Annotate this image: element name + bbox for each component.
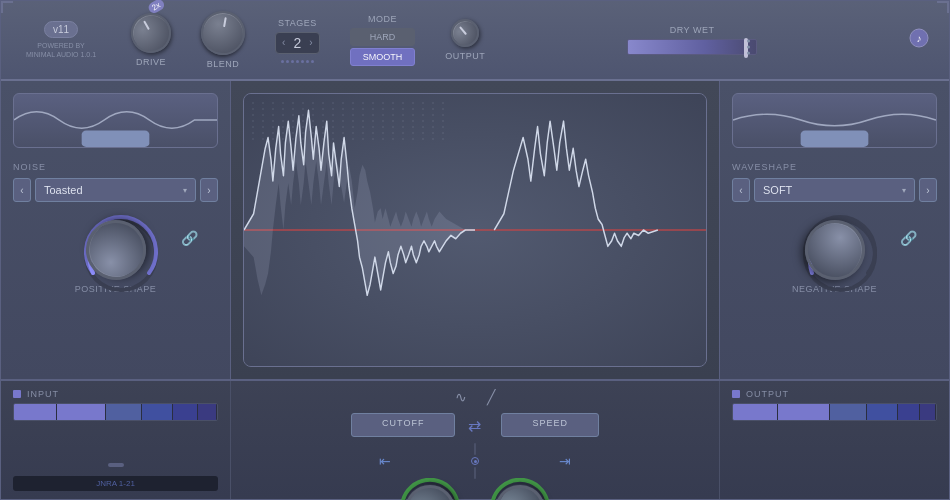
waveshape-dropdown-row: ‹ SOFT ▾ ›: [732, 178, 937, 202]
stages-section: STAGES ‹ 2 ›: [275, 18, 320, 63]
bottom-bar: INPUT JNRA 1-21: [1, 379, 949, 499]
stage-dot-7: [311, 60, 314, 63]
mode-smooth-button[interactable]: SMOOTH: [350, 48, 416, 66]
svg-rect-2: [82, 131, 150, 147]
bottom-left-panel: INPUT JNRA 1-21: [1, 381, 231, 499]
output-label-row: OUTPUT: [732, 389, 937, 399]
cutoff-knob-wrapper: [405, 485, 455, 500]
input-label-row: INPUT: [13, 389, 218, 399]
bottom-center-panel: ∿ ╱ CUTOFF ⇄ SPEED ⇤: [231, 381, 719, 499]
noise-dropdown-row: ‹ Toasted ▾ ›: [13, 178, 218, 202]
waveform-bg: // Generate dots via JS after page loads: [244, 94, 706, 366]
blend-knob[interactable]: [198, 8, 249, 59]
arrow-icons-row: ⇤ ⇥: [379, 443, 571, 479]
corner-tl: [1, 1, 13, 13]
output-meter: [732, 403, 937, 421]
logo-section: v11 POWERED BY MINIMAL AUDIO 1.0.1: [21, 21, 101, 59]
noise-preset-value: Toasted: [44, 184, 83, 196]
lfo-knobs-row: [405, 485, 545, 500]
right-arrow-icon[interactable]: ⇥: [559, 453, 571, 469]
speed-button[interactable]: SPEED: [501, 413, 599, 437]
waveform-display: // Generate dots via JS after page loads: [243, 93, 707, 367]
waveshape-dropdown[interactable]: SOFT ▾: [754, 178, 915, 202]
center-dot-icon: [471, 457, 479, 465]
vertical-dots-center: [471, 443, 479, 479]
ramp-icon[interactable]: ╱: [487, 389, 495, 405]
positive-knob-wrapper: [86, 220, 146, 280]
powered-by-text: POWERED BY MINIMAL AUDIO 1.0.1: [26, 41, 96, 59]
positive-shape-section: 🔗 POSITIVE SHAPE: [13, 220, 218, 294]
output-meter-fill: [733, 404, 936, 420]
left-waveform-preview: [13, 93, 218, 148]
positive-shape-knob[interactable]: [75, 209, 157, 291]
input-knob-section: [13, 433, 218, 467]
dry-wet-section: DRY WET: [627, 25, 757, 55]
link-icon-left: 🔗: [181, 230, 198, 246]
svg-text:⇄: ⇄: [468, 417, 481, 434]
corner-tr: [937, 1, 949, 13]
noise-prev-button[interactable]: ‹: [13, 178, 31, 202]
stage-dot-6: [306, 60, 309, 63]
input-slider[interactable]: [108, 463, 124, 467]
dry-wet-slider[interactable]: [627, 39, 757, 55]
stages-next-button[interactable]: ›: [309, 37, 312, 48]
transport-icons-row: ∿ ╱: [455, 389, 495, 405]
version-badge: v11: [44, 21, 78, 38]
divider-line-2: [474, 467, 476, 479]
negative-shape-knob[interactable]: [794, 209, 876, 291]
waveshape-prev-button[interactable]: ‹: [732, 178, 750, 202]
stages-dots: [281, 60, 314, 63]
left-panel: NOISE ‹ Toasted ▾ › 🔗: [1, 81, 231, 379]
mode-label: MODE: [368, 14, 397, 24]
mode-buttons: HARD SMOOTH: [350, 28, 416, 66]
stage-dot-5: [301, 60, 304, 63]
output-label: OUTPUT: [746, 389, 789, 399]
main-area: NOISE ‹ Toasted ▾ › 🔗: [1, 81, 949, 379]
preset-name: JNRA 1-21: [13, 476, 218, 491]
plugin-container: v11 POWERED BY MINIMAL AUDIO 1.0.1 2x DR…: [0, 0, 950, 500]
input-label: INPUT: [27, 389, 59, 399]
waveshape-section: WAVESHAPE ‹ SOFT ▾ ›: [732, 162, 937, 202]
cutoff-knob-section: [405, 485, 455, 500]
mode-hard-button[interactable]: HARD: [350, 28, 416, 46]
waveshape-preset-value: SOFT: [763, 184, 792, 196]
stages-control: ‹ 2 ›: [275, 32, 320, 54]
wave-icon[interactable]: ∿: [455, 389, 467, 405]
drive-label: DRIVE: [136, 57, 166, 67]
divider-line: [474, 443, 476, 455]
lfo-swap-button[interactable]: ⇄: [463, 413, 493, 437]
stages-label: STAGES: [278, 18, 317, 28]
waveshape-chevron-icon: ▾: [902, 186, 906, 195]
drive-knob[interactable]: 2x: [124, 6, 179, 61]
top-bar: v11 POWERED BY MINIMAL AUDIO 1.0.1 2x DR…: [1, 1, 949, 81]
blend-section: BLEND: [201, 11, 245, 69]
stages-value: 2: [289, 35, 305, 51]
slider-dots: [747, 40, 750, 55]
right-panel: WAVESHAPE ‹ SOFT ▾ › 🔗: [719, 81, 949, 379]
right-waveform-preview: [732, 93, 937, 148]
negative-shape-label: NEGATIVE SHAPE: [792, 284, 877, 294]
svg-text:♪: ♪: [917, 33, 922, 44]
negative-shape-section: 🔗 NEGATIVE SHAPE: [732, 220, 937, 294]
cutoff-button[interactable]: CUTOFF: [351, 413, 455, 437]
speed-knob-section: [495, 485, 545, 500]
output-label: OUTPUT: [445, 51, 485, 61]
stage-dot-3: [291, 60, 294, 63]
lfo-buttons-row: CUTOFF ⇄ SPEED: [351, 413, 599, 437]
waveshape-next-button[interactable]: ›: [919, 178, 937, 202]
noise-next-button[interactable]: ›: [200, 178, 218, 202]
input-meter-fill: [14, 404, 217, 420]
stage-dot-1: [281, 60, 284, 63]
output-knob-section: OUTPUT: [445, 19, 485, 61]
mode-section: MODE HARD SMOOTH: [350, 14, 416, 66]
midi-icon[interactable]: ♪: [909, 28, 929, 52]
svg-rect-5: [801, 131, 869, 147]
negative-knob-wrapper: [805, 220, 865, 280]
output-knob[interactable]: [445, 13, 484, 52]
noise-label: NOISE: [13, 162, 218, 172]
blend-label: BLEND: [207, 59, 240, 69]
noise-dropdown[interactable]: Toasted ▾: [35, 178, 196, 202]
left-arrow-icon[interactable]: ⇤: [379, 453, 391, 469]
stages-prev-button[interactable]: ‹: [282, 37, 285, 48]
2x-badge: 2x: [146, 0, 166, 15]
